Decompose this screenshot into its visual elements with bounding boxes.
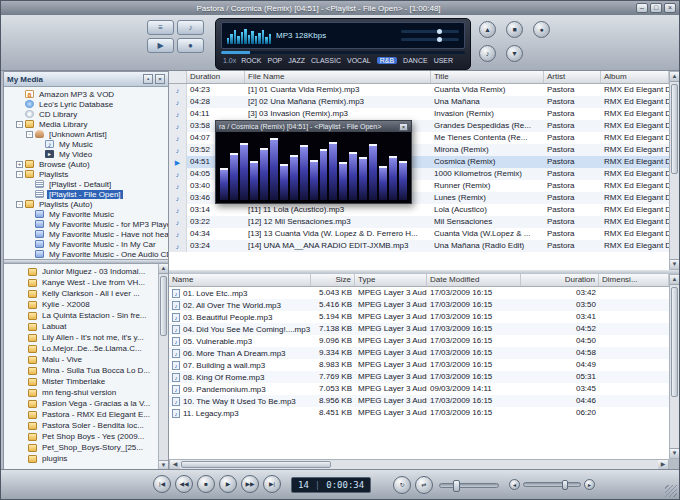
playlist-row[interactable]: 04:23 [1] 01 Cuanta Vida Remix).mp3 Cuan… xyxy=(169,84,669,96)
scroll-up-arrow[interactable]: ▲ xyxy=(670,275,679,285)
folder-item[interactable]: Malu - Vive xyxy=(4,354,168,365)
folder-item[interactable]: plugins xyxy=(4,453,168,464)
eq-preset-button[interactable]: VOCAL xyxy=(347,57,371,64)
balance-slider[interactable] xyxy=(401,30,459,33)
tree-item[interactable]: - Playlists xyxy=(4,169,168,179)
scroll-thumb[interactable] xyxy=(160,276,167,336)
folder-item[interactable]: Kelly Clarkson - All I ever ... xyxy=(4,288,168,299)
shuffle-button[interactable]: ⇄ xyxy=(415,476,433,494)
slider-thumb[interactable] xyxy=(453,480,460,492)
tree-item[interactable]: + Browse (Auto) xyxy=(4,159,168,169)
playlist-row[interactable]: 04:34 [13] 13 Cuanta Vida (W. Lopez & D.… xyxy=(169,228,669,240)
folder-item[interactable]: La Quinta Estacion - Sin fre... xyxy=(4,310,168,321)
tree-item[interactable]: - Playlists (Auto) xyxy=(4,199,168,209)
scroll-up-arrow[interactable]: ▲ xyxy=(670,72,679,82)
playlist-row[interactable]: 04:28 [2] 02 Una Mañana (Remix).mp3 Una … xyxy=(169,96,669,108)
tree-item[interactable]: - Media Library xyxy=(4,119,168,129)
tree-item[interactable]: My Music xyxy=(4,139,168,149)
resize-grip[interactable] xyxy=(665,485,677,497)
toolbar-button[interactable]: ▶ xyxy=(147,38,174,53)
volume-down-button[interactable]: ◄ xyxy=(509,479,520,490)
column-name[interactable]: Name xyxy=(169,274,311,286)
file-row[interactable]: ♪10. The Way It Used To Be.mp3 8.956 KB … xyxy=(169,395,669,407)
folder-item[interactable]: Labuat xyxy=(4,321,168,332)
column-artist[interactable]: Artist xyxy=(544,71,601,83)
tree-item[interactable]: Leo's Lyric Database xyxy=(4,99,168,109)
player-function-button[interactable]: ■ xyxy=(506,21,523,38)
close-button[interactable]: × xyxy=(664,3,676,13)
column-title[interactable]: Title xyxy=(431,71,544,83)
panel-header-button[interactable]: ▪ xyxy=(143,74,153,84)
folder-item[interactable]: Pasion Vega - Gracias a la V... xyxy=(4,398,168,409)
tree-item[interactable]: [Playlist - File Open] xyxy=(4,189,168,199)
scroll-down-arrow[interactable]: ▼ xyxy=(670,259,679,269)
panel-header-button[interactable]: × xyxy=(155,74,165,84)
column-duration[interactable]: Duration xyxy=(521,274,599,286)
column-type[interactable]: Type xyxy=(355,274,427,286)
tree-item[interactable]: My Favorite Music - One Audio CD xyxy=(4,249,168,259)
eq-preset-button[interactable]: JAZZ xyxy=(288,57,305,64)
tone-slider[interactable] xyxy=(401,38,459,41)
transport-button[interactable]: ▶| xyxy=(263,475,281,493)
file-row[interactable]: ♪04. Did You See Me Coming!....mp3 7.138… xyxy=(169,323,669,335)
player-function-button[interactable]: ▼ xyxy=(506,45,523,62)
tree-item[interactable]: My Favorite Music xyxy=(4,209,168,219)
playlist-row[interactable]: 03:14 [11] 11 Lola (Acustico).mp3 Lola (… xyxy=(169,204,669,216)
column-file-name[interactable]: File Name xyxy=(245,71,431,83)
tree-item[interactable]: My Favorite Music - for MP3 Player (I ne… xyxy=(4,219,168,229)
scroll-thumb[interactable] xyxy=(671,84,678,174)
tree-item[interactable]: [Playlist - Default] xyxy=(4,179,168,189)
scroll-down-arrow[interactable]: ▼ xyxy=(670,448,679,458)
tree-item[interactable]: My Favorite Music - Have not heard rec..… xyxy=(4,229,168,239)
file-row[interactable]: ♪08. King Of Rome.mp3 7.769 KB MPEG Laye… xyxy=(169,371,669,383)
title-bar[interactable]: Pastora / Cosmica (Remix) [04:51] - <Pla… xyxy=(1,1,679,15)
column-duration[interactable]: Duration xyxy=(187,71,245,83)
folder-item[interactable]: Pastora - RMX Ed Elegant E... xyxy=(4,409,168,420)
tree-item[interactable]: My Favorite Music - In My Car xyxy=(4,239,168,249)
file-row[interactable]: ♪09. Pandemonium.mp3 7.053 KB MPEG Layer… xyxy=(169,383,669,395)
tree-item[interactable]: CD Library xyxy=(4,109,168,119)
column-dimension[interactable]: Dimensi... xyxy=(599,274,669,286)
expander-icon[interactable]: - xyxy=(26,131,33,138)
eq-preset-button[interactable]: CLASSIC xyxy=(311,57,341,64)
volume-slider[interactable] xyxy=(523,482,581,487)
transport-button[interactable]: ▶ xyxy=(219,475,237,493)
transport-button[interactable]: |◀ xyxy=(153,475,171,493)
eq-preset-button[interactable]: USER xyxy=(434,57,453,64)
column-album[interactable]: Album xyxy=(601,71,669,83)
eq-preset-button[interactable]: R&B xyxy=(377,57,397,64)
seek-bar[interactable] xyxy=(221,51,465,54)
position-slider[interactable] xyxy=(439,483,499,488)
scroll-thumb[interactable] xyxy=(671,287,678,397)
file-row[interactable]: ♪05. Vulnerable.mp3 9.096 KB MPEG Layer … xyxy=(169,335,669,347)
scroll-right-arrow[interactable]: ▶ xyxy=(658,460,668,469)
folder-item[interactable]: Pet_Shop_Boys-Story_[25... xyxy=(4,442,168,453)
minimize-button[interactable]: – xyxy=(636,3,648,13)
file-row[interactable]: ♪02. All Over The World.mp3 5.416 KB MPE… xyxy=(169,299,669,311)
folder-item[interactable]: Pastora Soler - Bendita loc... xyxy=(4,420,168,431)
toolbar-button[interactable]: ≡ xyxy=(147,20,174,35)
folder-item[interactable]: Kylie - X2008 xyxy=(4,299,168,310)
file-row[interactable]: ♪03. Beautiful People.mp3 5.194 KB MPEG … xyxy=(169,311,669,323)
folder-tree-scrollbar[interactable]: ▲ ▼ xyxy=(158,264,168,470)
scroll-left-arrow[interactable]: ◀ xyxy=(170,460,180,469)
file-browser-scrollbar[interactable]: ▲ ▼ xyxy=(669,274,680,459)
folder-item[interactable]: Lo.Mejor..De...5e.Llama.C... xyxy=(4,343,168,354)
tree-item[interactable]: Amazon MP3 & VOD xyxy=(4,89,168,99)
repeat-button[interactable]: ↻ xyxy=(393,476,411,494)
folder-item[interactable]: Junior Miguez - 03 Indomal... xyxy=(4,266,168,277)
tree-item[interactable]: - [Unknown Artist] xyxy=(4,129,168,139)
folder-item[interactable]: Pet Shop Boys - Yes (2009... xyxy=(4,431,168,442)
expander-icon[interactable]: - xyxy=(16,171,23,178)
file-row[interactable]: ♪11. Legacy.mp3 8.451 KB MPEG Layer 3 Au… xyxy=(169,407,669,419)
column-size[interactable]: Size xyxy=(311,274,355,286)
scroll-thumb[interactable] xyxy=(181,461,331,468)
playlist-row[interactable]: 03:24 [14] UNA MA__ANA RADIO EDIT-JXMB.m… xyxy=(169,240,669,252)
eq-preset-button[interactable]: POP xyxy=(267,57,282,64)
maximize-button[interactable]: □ xyxy=(650,3,662,13)
expander-icon[interactable]: - xyxy=(16,201,23,208)
transport-button[interactable]: ◀◀ xyxy=(175,475,193,493)
eq-preset-button[interactable]: DANCE xyxy=(403,57,428,64)
eq-preset-button[interactable]: ROCK xyxy=(241,57,261,64)
player-function-button[interactable]: ▲ xyxy=(479,21,496,38)
